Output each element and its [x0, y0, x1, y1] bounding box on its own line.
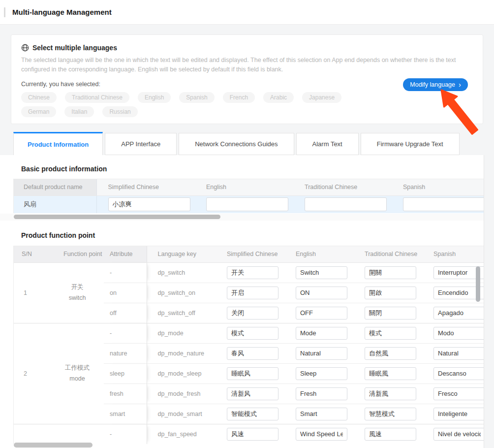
translation-input-english[interactable] [296, 408, 347, 420]
translation-input-spanish[interactable] [433, 428, 484, 441]
translation-input-english[interactable] [296, 307, 347, 320]
attribute-cell: nature [104, 343, 147, 363]
translation-cell [355, 283, 424, 303]
translation-cell [286, 363, 355, 384]
translation-input-english[interactable] [296, 387, 347, 400]
translation-input-traditional-chinese[interactable] [365, 327, 416, 340]
card-description: The selected language will be the one in… [21, 56, 470, 75]
translation-input-traditional-chinese[interactable] [365, 408, 416, 420]
translation-input-spanish[interactable] [403, 197, 484, 211]
globe-icon [21, 44, 29, 52]
translation-input-english[interactable] [296, 266, 347, 279]
translation-input-simplified-chinese[interactable] [227, 367, 278, 380]
language-chip-japanese: Japanese [302, 92, 341, 103]
translation-input-spanish[interactable] [433, 367, 484, 380]
translation-input-simplified-chinese[interactable] [108, 197, 190, 211]
column-header-spanish: Spanish [424, 246, 484, 262]
product-name-cell: 风扇 [14, 195, 96, 213]
translation-cell [424, 384, 484, 404]
translation-input-english[interactable] [296, 367, 347, 380]
language-chip-traditional-chinese: Traditional Chinese [65, 92, 129, 103]
vertical-scrollbar-thumb[interactable] [476, 266, 480, 302]
translation-input-spanish[interactable] [433, 387, 484, 400]
translation-input-english[interactable] [296, 428, 347, 441]
translation-input-spanish[interactable] [433, 347, 484, 360]
tab-network-connections-guides[interactable]: Network Connections Guides [179, 133, 294, 155]
attribute-cell: - [104, 323, 147, 343]
language-chip-german: German [21, 106, 56, 117]
column-header-language-key: Language key [147, 246, 217, 262]
function-point-cell: 工作模式mode [51, 323, 104, 424]
sn-cell: 1 [14, 262, 51, 323]
language-key-cell: dp_mode_smart [147, 404, 217, 424]
translation-input-traditional-chinese[interactable] [305, 197, 387, 211]
language-chip-spanish: Spanish [179, 92, 214, 103]
translation-cell [424, 303, 484, 323]
translation-cell [355, 343, 424, 363]
translation-cell [96, 195, 195, 213]
translation-cell [424, 363, 484, 384]
column-header-spanish: Spanish [392, 179, 484, 195]
translation-input-english[interactable] [296, 327, 347, 340]
language-key-cell: dp_mode_fresh [147, 384, 217, 404]
translation-cell [424, 323, 484, 343]
translation-input-simplified-chinese[interactable] [227, 387, 278, 400]
language-key-cell: dp_mode_sleep [147, 363, 217, 384]
function-point-heading: Product function point [0, 221, 484, 246]
tab-product-information[interactable]: Product Information [13, 132, 103, 155]
column-header-s-n: S/N [14, 246, 51, 262]
translation-input-traditional-chinese[interactable] [365, 428, 416, 441]
translation-cell [355, 363, 424, 384]
translation-cell [217, 363, 286, 384]
column-header-traditional-chinese: Traditional Chinese [293, 179, 392, 195]
language-key-cell: dp_fan_speed [147, 424, 217, 444]
translation-cell [217, 262, 286, 283]
title-accent-bar [4, 7, 5, 17]
translation-input-simplified-chinese[interactable] [227, 307, 278, 320]
horizontal-scrollbar-thumb[interactable] [14, 215, 220, 219]
translation-input-traditional-chinese[interactable] [365, 307, 416, 320]
language-chip-french: French [223, 92, 255, 103]
translation-cell [424, 262, 484, 283]
translation-input-simplified-chinese[interactable] [227, 408, 278, 420]
table-row: 风扇 [14, 195, 484, 213]
translation-cell [424, 424, 484, 444]
page-header: Multi-language Management [0, 0, 494, 25]
translation-input-traditional-chinese[interactable] [365, 347, 416, 360]
tab-firmware-upgrade-text[interactable]: Firmware Upgrade Text [361, 133, 460, 155]
translation-input-spanish[interactable] [433, 327, 484, 340]
translation-input-spanish[interactable] [433, 408, 484, 420]
translation-cell [217, 283, 286, 303]
sn-cell [14, 424, 51, 444]
translation-input-traditional-chinese[interactable] [365, 266, 416, 279]
translation-input-simplified-chinese[interactable] [227, 347, 278, 360]
modify-language-label: Modify language [410, 81, 455, 88]
card-title: Select multiple languages [32, 44, 117, 52]
translation-input-traditional-chinese[interactable] [365, 287, 416, 299]
translation-input-simplified-chinese[interactable] [227, 287, 278, 299]
tab-app-interface[interactable]: APP Interface [105, 133, 177, 155]
translation-input-traditional-chinese[interactable] [365, 387, 416, 400]
function-point-table: S/NFunction pointAttributeLanguage keySi… [13, 246, 484, 444]
column-header-english: English [286, 246, 355, 262]
translation-input-simplified-chinese[interactable] [227, 327, 278, 340]
translation-cell [424, 283, 484, 303]
translation-input-english[interactable] [296, 347, 347, 360]
translation-cell [286, 343, 355, 363]
translation-cell [195, 195, 293, 213]
translation-input-simplified-chinese[interactable] [227, 266, 278, 279]
translation-input-simplified-chinese[interactable] [227, 428, 278, 441]
translation-cell [392, 195, 484, 213]
bottom-horizontal-scrollbar-thumb[interactable] [14, 443, 93, 448]
translation-input-english[interactable] [296, 287, 347, 299]
table-row: 1开关switch-dp_switch [14, 262, 484, 283]
modify-language-button[interactable]: Modify language › [403, 78, 468, 91]
translation-input-traditional-chinese[interactable] [365, 367, 416, 380]
translation-input-spanish[interactable] [433, 307, 484, 320]
translation-input-english[interactable] [206, 197, 288, 211]
tab-alarm-text[interactable]: Alarm Text [296, 133, 359, 155]
sn-cell: 2 [14, 323, 51, 424]
content-panel: Basic product information Default produc… [0, 155, 484, 448]
language-chip-chinese: Chinese [21, 92, 57, 103]
translation-cell [355, 262, 424, 283]
